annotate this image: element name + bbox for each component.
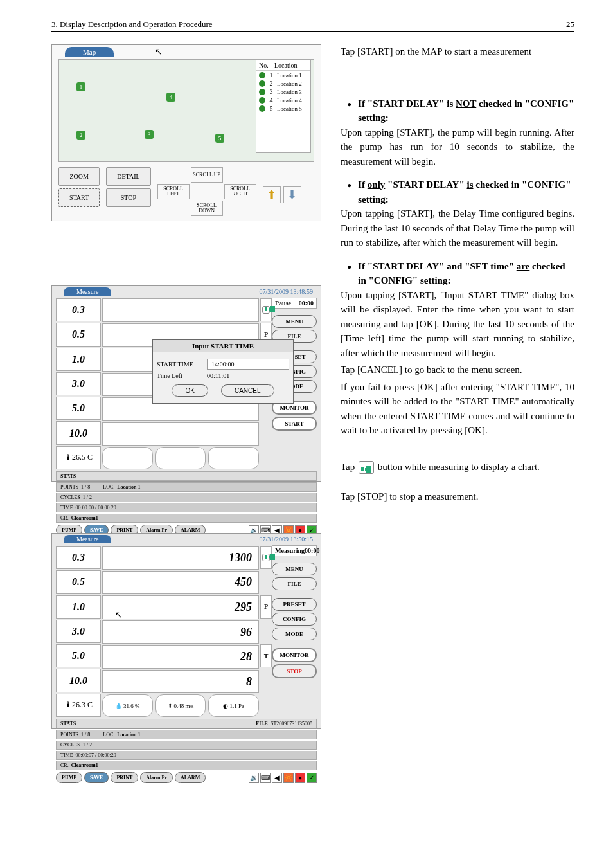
zoom-button[interactable]: ZOOM (58, 167, 100, 186)
size-cell: 3.0 (56, 372, 101, 395)
t-indicator: T (260, 644, 272, 667)
page-header: 3. Display Description and Operation Pro… (51, 19, 574, 32)
body-text: Upon tapping [START], the pump will begi… (341, 125, 574, 169)
count-cell: 450 (102, 571, 259, 595)
menu-button[interactable]: MENU (272, 315, 317, 328)
stop-text: Tap [STOP] to stop a measurement. (341, 489, 574, 504)
chart-icon (262, 554, 270, 561)
alarm-pr-button[interactable]: Alarm Pr (140, 772, 173, 783)
size-cell: 10.0 (56, 669, 101, 692)
tray-icon[interactable]: 🔆 (283, 773, 294, 783)
p-indicator: P (260, 595, 272, 619)
env-cell (102, 447, 153, 469)
info-bar: POINTS 1 / 8 LOC. Location 1 (56, 482, 317, 492)
info-bar: CYCLES 1 / 2 (56, 493, 317, 502)
count-cell: 8 (102, 670, 259, 694)
tray-icon[interactable]: ✓ (306, 773, 317, 783)
mode-button[interactable]: MODE (272, 628, 317, 640)
measure-tab[interactable]: Measure (64, 287, 111, 296)
preset-button[interactable]: PRESET (272, 598, 317, 611)
legend-row[interactable]: 3Location 3 (256, 87, 310, 96)
tray-icon[interactable]: 🔉 (249, 773, 259, 783)
temp-cell: 🌡 26.3 C (56, 694, 101, 717)
status-box: Pause00:00 (272, 298, 317, 309)
time-left-label: Time Left (157, 372, 202, 379)
measure-running-screenshot: Measure 07/31/2009 13:50:15 0.3 0.5 1.0 … (51, 533, 321, 729)
dialog-title: Input START TIME (153, 340, 293, 352)
bullet-heading: If only "START DELAY" is checked in "CON… (358, 177, 574, 206)
intro-text: Tap [START] on the MAP to start a measur… (341, 44, 574, 59)
info-bar: CYCLES 1 / 2 (56, 741, 317, 750)
info-bar: TIME 00:00:00 / 00:00:20 (56, 503, 317, 512)
cursor-icon: ↖ (155, 46, 163, 57)
bullet-heading: If "START DELAY" is NOT checked in "CONF… (358, 96, 574, 125)
map-marker-1[interactable]: 1 (76, 82, 85, 91)
pump-button[interactable]: PUMP (56, 772, 82, 783)
arrow-down-button[interactable]: ⬇ (283, 186, 301, 203)
timestamp: 07/31/2009 13:48:59 (259, 288, 313, 295)
monitor-button[interactable]: MONITOR (272, 648, 317, 662)
measure-pause-screenshot: Measure 07/31/2009 13:48:59 0.3 0.5 1.0 … (51, 285, 321, 482)
scroll-up-button[interactable]: SCROLL UP (191, 167, 223, 183)
size-cell: 3.0 (56, 620, 101, 643)
tray-icon[interactable]: ◀ (272, 773, 282, 783)
count-cell (102, 422, 259, 446)
size-cell: 5.0 (56, 397, 101, 420)
scroll-right-button[interactable]: SCROLL RIGHT (224, 184, 256, 199)
legend-no-header: No. (256, 60, 272, 70)
size-cell: 0.5 (56, 570, 101, 593)
legend-row[interactable]: 5Location 5 (256, 104, 310, 113)
map-marker-3[interactable]: 3 (145, 130, 154, 139)
start-button[interactable]: START (272, 417, 317, 431)
cursor-icon: ↖ (115, 610, 123, 620)
stats-bar: STATS (56, 471, 317, 481)
page-number: 25 (566, 19, 574, 30)
tray-icon[interactable]: ⌨ (260, 773, 271, 783)
cancel-button[interactable]: CANCEL (221, 384, 274, 397)
stats-bar: STATS FILE ST20090731135008 (56, 719, 317, 728)
alarm-button[interactable]: ALARM (175, 772, 206, 783)
map-marker-2[interactable]: 2 (76, 131, 85, 140)
pressure-cell: ◐ 1.1 Pa (208, 694, 259, 717)
legend-row[interactable]: 4Location 4 (256, 96, 310, 104)
temp-cell: 🌡 26.5 C (56, 446, 101, 469)
count-cell (102, 298, 259, 322)
chart-button[interactable] (260, 298, 272, 321)
tray-icon[interactable]: ● (295, 773, 305, 783)
humidity-cell: 💧 31.6 % (102, 694, 153, 717)
arrow-up-button[interactable]: ⬆ (263, 186, 281, 203)
env-cell (208, 447, 259, 469)
scroll-left-button[interactable]: SCROLL LEFT (157, 184, 190, 199)
detail-button[interactable]: DETAIL (106, 167, 150, 186)
count-cell: 295 (102, 595, 259, 619)
print-button[interactable]: PRINT (111, 772, 138, 783)
map-tab[interactable]: Map (65, 47, 114, 57)
bullet-icon: ● (347, 98, 351, 125)
map-marker-4[interactable]: 4 (166, 93, 175, 102)
file-button[interactable]: FILE (272, 577, 317, 590)
map-marker-5[interactable]: 5 (215, 134, 224, 143)
legend-loc-header: Location (272, 60, 310, 70)
menu-button[interactable]: MENU (272, 563, 317, 575)
chart-button-icon (359, 461, 374, 474)
scroll-down-button[interactable]: SCROLL DOWN (191, 201, 223, 216)
count-cell: 28 (102, 645, 259, 669)
info-bar: CR. Cleanroom1 (56, 514, 317, 523)
measure-tab[interactable]: Measure (64, 535, 111, 543)
stop-button[interactable]: STOP (106, 188, 150, 207)
stop-button[interactable]: STOP (272, 664, 317, 678)
start-time-field[interactable]: 14:00:00 (207, 359, 289, 370)
map-screenshot: Map ↖ 1 2 3 4 5 No. Location (51, 44, 321, 221)
config-button[interactable]: CONFIG (272, 613, 317, 626)
map-area[interactable]: 1 2 3 4 5 No. Location 1Location 1 2Loca… (58, 59, 314, 162)
legend-row[interactable]: 2Location 2 (256, 79, 310, 87)
save-button[interactable]: SAVE (84, 772, 109, 783)
start-button[interactable]: START (58, 188, 100, 207)
ok-button[interactable]: OK (172, 384, 208, 397)
chart-button[interactable] (260, 546, 272, 569)
legend-row[interactable]: 1Location 1 (256, 71, 310, 79)
bullet-icon: ● (347, 179, 351, 206)
time-left-value: 00:11:01 (207, 372, 229, 379)
env-cell (155, 447, 206, 469)
airflow-cell: ⬍ 0.48 m/s (155, 694, 206, 717)
